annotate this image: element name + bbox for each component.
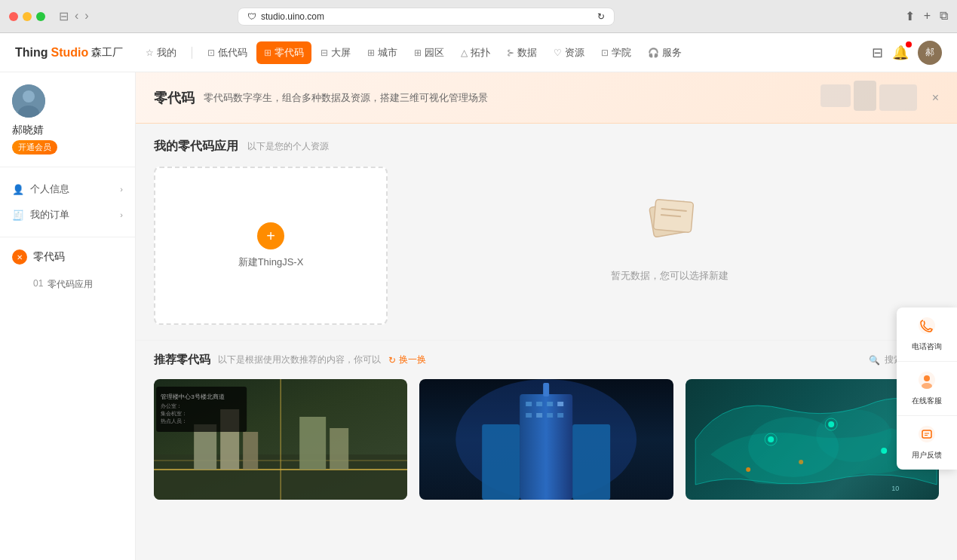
user-name: 郝晓婧 xyxy=(12,124,123,137)
user-avatar-sidebar xyxy=(12,84,45,118)
banner-left: 零代码 零代码数字孪生，组合多种数据及资源，搭建三维可视化管理场景 xyxy=(154,89,488,107)
nav-item-park[interactable]: ⊞ 园区 xyxy=(406,41,452,64)
nav-label-zerocode: 零代码 xyxy=(275,46,304,60)
nav-label-academy: 学院 xyxy=(612,46,631,60)
svg-rect-16 xyxy=(243,432,258,470)
notification-icon[interactable]: 🔔 xyxy=(892,44,909,61)
new-app-card[interactable]: + 新建ThingJS-X xyxy=(154,167,388,325)
nav-icon-screen: ⊟ xyxy=(321,47,328,58)
traffic-light-yellow[interactable] xyxy=(23,12,32,21)
profile-label: 个人信息 xyxy=(30,182,69,196)
floating-sidebar: 电话咨询 在线客服 用户反馈 xyxy=(897,308,957,470)
sidebar-sub-item-apps[interactable]: 01 零代码应用 xyxy=(12,274,123,295)
float-item-phone[interactable]: 电话咨询 xyxy=(897,308,957,362)
refresh-label: 换一换 xyxy=(399,353,426,366)
svg-text:办公室：: 办公室： xyxy=(161,403,182,409)
svg-rect-28 xyxy=(547,402,553,406)
recommend-header: 推荐零代码 以下是根据使用次数推荐的内容，你可以 ↻ 换一换 🔍 搜索你想要的 xyxy=(154,353,939,367)
app-card-city[interactable]: 管理楼中心3号楼北商道 办公室： 集会机室： 热点人员： xyxy=(154,379,407,500)
browser-actions: ⬆ + ⧉ xyxy=(905,9,948,23)
orders-chevron-icon: › xyxy=(120,210,123,219)
search-icon: 🔍 xyxy=(869,355,880,366)
svg-rect-30 xyxy=(526,413,532,418)
nav-item-city[interactable]: ⊞ 城市 xyxy=(360,41,405,64)
nav-item-screen[interactable]: ⊟ 大屏 xyxy=(313,41,358,64)
sidebar-zerocode-section: ✕ 零代码 01 零代码应用 xyxy=(0,237,135,308)
content-area: 零代码 零代码数字孪生，组合多种数据及资源，搭建三维可视化管理场景 × 我的零代… xyxy=(136,72,957,560)
logo-studio-text: Studio xyxy=(51,46,89,60)
sidebar-profile-menu: 👤 个人信息 › 🧾 我的订单 › xyxy=(0,167,135,237)
user-avatar-header[interactable]: 郝 xyxy=(918,41,942,65)
new-tab-icon[interactable]: + xyxy=(924,9,931,23)
nav-label-topology: 拓扑 xyxy=(471,46,490,60)
nav-menu: ☆ 我的 ⊡ 低代码 ⊞ 零代码 ⊟ 大屏 ⊞ 城市 ⊞ 园区 △ 拓扑 ⊱ xyxy=(138,41,872,64)
my-apps-subtitle: 以下是您的个人资源 xyxy=(247,140,329,153)
refresh-icon: ↻ xyxy=(388,355,396,366)
nav-icon-data: ⊱ xyxy=(507,47,514,58)
app-card-building[interactable] xyxy=(419,379,673,500)
svg-rect-34 xyxy=(543,383,549,396)
nav-label-data: 数据 xyxy=(517,46,537,60)
orders-icon: 🧾 xyxy=(12,210,24,221)
nav-item-service[interactable]: 🎧 服务 xyxy=(640,41,689,64)
sidebar-sub-label: 零代码应用 xyxy=(48,278,93,291)
svg-rect-18 xyxy=(330,428,348,470)
nav-item-zerocode[interactable]: ⊞ 零代码 xyxy=(256,41,311,64)
zerocode-section-icon: ✕ xyxy=(12,249,27,265)
url-text: studio.uino.com xyxy=(261,11,324,22)
feedback-icon xyxy=(918,425,936,447)
nav-item-resource[interactable]: ♡ 资源 xyxy=(546,41,592,64)
vip-badge[interactable]: 开通会员 xyxy=(12,140,57,155)
banner-desc: 零代码数字孪生，组合多种数据及资源，搭建三维可视化管理场景 xyxy=(204,91,488,105)
forward-icon[interactable]: › xyxy=(84,9,88,23)
nav-icon-resource: ♡ xyxy=(554,47,562,58)
nav-item-data[interactable]: ⊱ 数据 xyxy=(499,41,544,64)
nav-item-academy[interactable]: ⊡ 学院 xyxy=(594,41,639,64)
banner-img-block-2 xyxy=(854,81,876,111)
nav-label-resource: 资源 xyxy=(565,46,584,60)
traffic-light-green[interactable] xyxy=(36,12,45,21)
tabs-icon[interactable]: ⧉ xyxy=(940,9,948,23)
refresh-button[interactable]: ↻ 换一换 xyxy=(388,353,426,366)
recommend-title: 推荐零代码 xyxy=(154,353,210,367)
my-apps-header: 我的零代码应用 以下是您的个人资源 xyxy=(154,139,939,155)
svg-text:10: 10 xyxy=(891,485,899,492)
share-header-icon[interactable]: ⊟ xyxy=(872,44,883,61)
svg-rect-27 xyxy=(536,402,542,406)
apps-grid: + 新建ThingJS-X xyxy=(154,167,939,325)
svg-point-52 xyxy=(919,426,935,442)
recommend-section: 推荐零代码 以下是根据使用次数推荐的内容，你可以 ↻ 换一换 🔍 搜索你想要的 xyxy=(136,340,957,512)
profile-icon: 👤 xyxy=(12,184,24,195)
profile-chevron-icon: › xyxy=(120,185,123,194)
back-icon[interactable]: ‹ xyxy=(75,9,78,23)
my-apps-title: 我的零代码应用 xyxy=(154,139,238,155)
share-icon[interactable]: ⬆ xyxy=(905,9,915,23)
nav-item-lowcode[interactable]: ⊡ 低代码 xyxy=(200,41,255,64)
refresh-icon[interactable]: ↻ xyxy=(597,11,605,22)
nav-icon-topology: △ xyxy=(461,47,468,58)
float-item-online[interactable]: 在线客服 xyxy=(897,362,957,416)
nav-icon-city: ⊞ xyxy=(367,47,375,58)
svg-point-51 xyxy=(922,383,932,389)
banner-close-button[interactable]: × xyxy=(932,91,939,105)
sidebar-section-header: ✕ 零代码 xyxy=(12,249,123,265)
sidebar-toggle-icon[interactable]: ⊟ xyxy=(59,9,69,23)
banner-title: 零代码 xyxy=(154,89,195,107)
empty-state: 暂无数据，您可以选择新建 xyxy=(400,167,939,298)
header-actions: ⊟ 🔔 郝 xyxy=(872,41,942,65)
address-bar[interactable]: 🛡 studio.uino.com ↻ xyxy=(238,8,615,26)
recommend-left: 推荐零代码 以下是根据使用次数推荐的内容，你可以 ↻ 换一换 xyxy=(154,353,426,367)
nav-icon-lowcode: ⊡ xyxy=(207,47,215,58)
sidebar-item-profile[interactable]: 👤 个人信息 › xyxy=(0,176,135,202)
nav-item-topology[interactable]: △ 拓扑 xyxy=(453,41,498,64)
float-item-feedback[interactable]: 用户反馈 xyxy=(897,416,957,470)
logo[interactable]: ThingStudio 森工厂 xyxy=(15,46,123,60)
nav-item-my[interactable]: ☆ 我的 xyxy=(138,41,184,64)
feedback-label: 用户反馈 xyxy=(912,450,942,461)
sidebar-item-orders[interactable]: 🧾 我的订单 › xyxy=(0,202,135,228)
zerocode-section-title: 零代码 xyxy=(33,250,65,264)
svg-text:管理楼中心3号楼北商道: 管理楼中心3号楼北商道 xyxy=(161,393,224,400)
nav-label-my: 我的 xyxy=(157,46,176,60)
nav-label-screen: 大屏 xyxy=(331,46,351,60)
traffic-light-red[interactable] xyxy=(9,12,18,21)
